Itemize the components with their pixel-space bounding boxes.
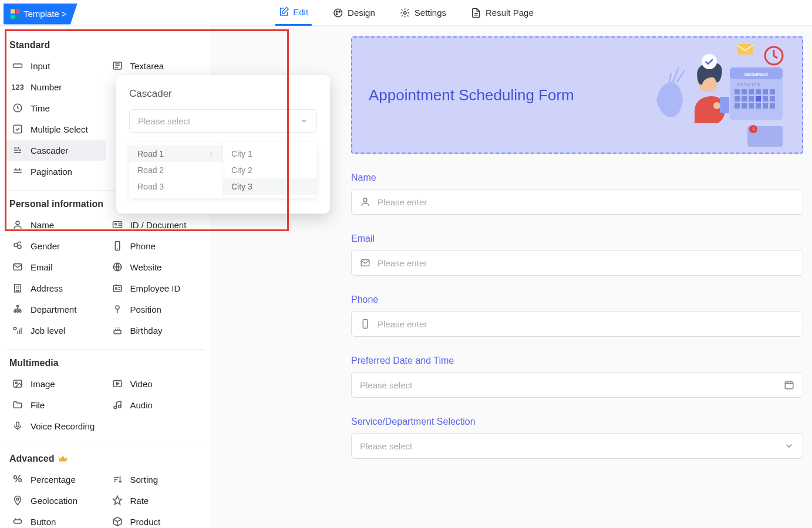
component-textarea[interactable]: Textarea [106, 55, 205, 76]
svg-rect-55 [749, 96, 754, 101]
component-video[interactable]: Video [106, 373, 205, 394]
component-gender[interactable]: Gender [6, 235, 106, 256]
cascader-option-city-3[interactable]: City 3 [223, 178, 317, 195]
field-email-input[interactable] [351, 250, 803, 276]
component-geolocation[interactable]: Geolocation [6, 490, 106, 511]
tab-label: Design [348, 8, 375, 18]
svg-rect-42 [737, 44, 753, 55]
component-label: Job level [31, 326, 65, 336]
music-icon [112, 399, 123, 411]
component-department[interactable]: Department [6, 299, 106, 320]
component-rate[interactable]: Rate [106, 490, 205, 511]
field-datetime-label: Preferred Date and Time [351, 356, 803, 366]
svg-point-6 [339, 11, 340, 12]
datetime-placeholder: Please select [360, 380, 412, 390]
section-advanced-label: Advanced [9, 453, 54, 464]
component-time[interactable]: Time [6, 97, 106, 119]
field-name: Name [351, 172, 803, 215]
svg-rect-54 [742, 96, 747, 101]
component-audio[interactable]: Audio [106, 394, 205, 415]
svg-point-8 [404, 11, 407, 14]
field-phone-input[interactable] [351, 311, 803, 337]
component-cascader[interactable]: Cascader [6, 140, 106, 161]
field-name-input[interactable] [351, 189, 803, 215]
field-service-label: Service/Department Selection [351, 417, 803, 427]
top-tabs: Edit Design Settings Result Page [275, 0, 537, 26]
svg-rect-64 [770, 103, 775, 109]
option-label: Road 3 [137, 182, 164, 191]
cascader-col-2: City 1 City 2 City 3 [223, 142, 317, 198]
field-service-input[interactable]: Please select [351, 433, 803, 459]
tab-settings[interactable]: Settings [396, 0, 450, 26]
component-position[interactable]: Position [106, 299, 205, 320]
checkbox-icon [12, 123, 23, 135]
cascader-select[interactable]: Please select [129, 109, 317, 133]
component-pagination[interactable]: Pagination [6, 161, 106, 182]
email-input-element[interactable] [378, 258, 794, 268]
component-sorting[interactable]: Sorting [106, 469, 205, 490]
svg-rect-1 [16, 9, 20, 13]
component-label: Audio [130, 400, 153, 410]
phone-input-element[interactable] [378, 319, 794, 329]
component-voice-recording[interactable]: Voice Recording [6, 415, 106, 436]
component-label: Textarea [130, 61, 164, 71]
component-phone[interactable]: Phone [106, 235, 205, 256]
component-name[interactable]: Name [6, 214, 106, 235]
svg-rect-16 [113, 222, 122, 228]
svg-point-31 [14, 327, 16, 330]
cascader-option-road-3[interactable]: Road 3 [129, 178, 223, 195]
chevron-right-icon [208, 151, 214, 157]
svg-point-34 [15, 382, 17, 384]
svg-rect-9 [14, 64, 22, 67]
component-label: Video [130, 379, 153, 389]
component-label: Address [31, 283, 63, 293]
component-input[interactable]: Input [6, 55, 106, 76]
bars-icon [12, 324, 23, 336]
person-icon [12, 219, 23, 231]
template-button[interactable]: Template > [4, 4, 78, 25]
component-file[interactable]: File [6, 394, 106, 415]
component-percentage[interactable]: %Percentage [6, 469, 106, 490]
svg-point-15 [16, 221, 19, 225]
svg-point-14 [20, 150, 21, 151]
cascader-option-city-2[interactable]: City 2 [223, 162, 317, 178]
globe-icon [112, 261, 123, 273]
cascader-option-city-1[interactable]: City 1 [223, 145, 317, 162]
phone-icon [360, 319, 370, 329]
option-label: City 3 [231, 182, 252, 191]
component-label: Gender [31, 241, 60, 251]
component-address[interactable]: Address [6, 277, 106, 299]
mail-icon [12, 261, 23, 273]
component-email[interactable]: Email [6, 256, 106, 277]
component-label: Geolocation [31, 496, 78, 506]
component-id-document[interactable]: ID / Document [106, 214, 205, 235]
image-icon [12, 378, 23, 390]
org-icon [12, 303, 23, 315]
field-datetime-input[interactable]: Please select [351, 372, 803, 398]
percent-icon: % [12, 473, 23, 485]
tab-edit[interactable]: Edit [275, 0, 312, 26]
component-image[interactable]: Image [6, 373, 106, 394]
svg-rect-47 [734, 89, 740, 94]
component-employee-id[interactable]: Employee ID [106, 277, 205, 299]
clock-icon [12, 102, 23, 114]
svg-rect-53 [734, 96, 740, 101]
component-product[interactable]: Product [106, 511, 205, 528]
form-hero[interactable]: Appointment Scheduling Form DECEMBER S M… [351, 36, 803, 154]
template-label: Template > [23, 9, 67, 19]
tab-result-page[interactable]: Result Page [467, 0, 537, 26]
tab-design[interactable]: Design [329, 0, 379, 26]
cascader-placeholder: Please select [138, 116, 190, 126]
component-number[interactable]: 123Number [6, 76, 106, 97]
component-button[interactable]: Button [6, 511, 106, 528]
topbar: Template > Edit Design Settings Result P… [0, 0, 812, 26]
svg-point-4 [334, 9, 342, 17]
component-birthday[interactable]: Birthday [106, 320, 205, 341]
component-multiple-select[interactable]: Multiple Select [6, 119, 106, 140]
component-job-level[interactable]: Job level [6, 320, 106, 341]
component-website[interactable]: Website [106, 256, 205, 277]
svg-rect-50 [756, 89, 761, 94]
cascader-option-road-2[interactable]: Road 2 [129, 162, 223, 178]
cascader-option-road-1[interactable]: Road 1 [129, 145, 223, 162]
name-input-element[interactable] [378, 197, 794, 207]
